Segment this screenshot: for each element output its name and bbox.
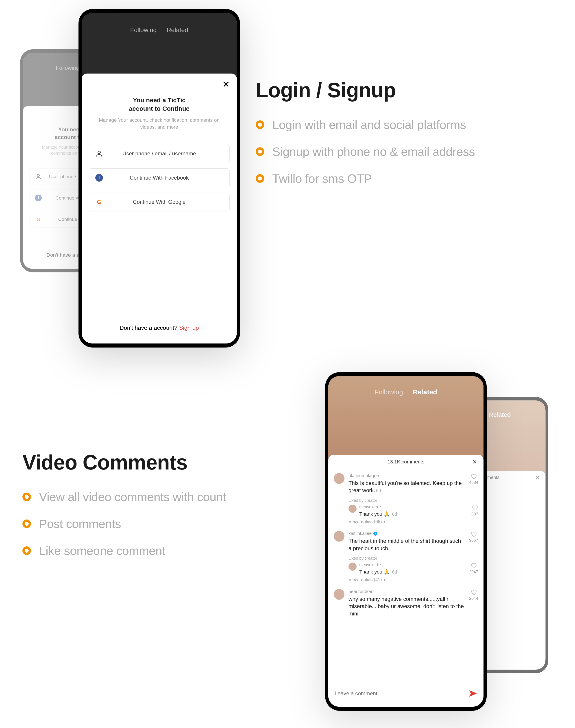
facebook-icon: f <box>35 195 42 201</box>
user-icon <box>35 173 42 180</box>
user-icon <box>95 150 103 158</box>
login-google-label: Continue With Google <box>103 199 223 205</box>
liked-by-creator-label: Liked by creator <box>348 556 478 561</box>
comments-heading: Video Comments <box>23 451 309 474</box>
like-count: 9067 <box>469 538 478 543</box>
comment-username[interactable]: kaitlinkallee <box>348 531 372 536</box>
bullet-icon <box>256 174 264 183</box>
video-background: Following Related <box>328 376 483 466</box>
login-phone-email-button[interactable]: User phone / email / username <box>89 144 230 163</box>
comments-sheet: 13.1K comments ✕ platinumblaque This is … <box>328 455 483 707</box>
comment-input-row <box>328 683 483 707</box>
verified-badge-icon: ✓ <box>373 531 377 535</box>
view-replies-button[interactable]: View replies (41)▾ <box>348 577 478 585</box>
feature-item: Post comments <box>23 517 309 531</box>
feature-item: Like someone comment <box>23 544 309 558</box>
reply-item: theavekart • Thank you 🙏 6d 837 <box>348 505 478 519</box>
svg-point-0 <box>37 174 39 177</box>
login-subtitle: Manage Your account, check notification,… <box>89 116 230 131</box>
login-phone: Following Related ✕ You need a TicTic ac… <box>78 9 240 348</box>
login-features: Login / Signup Login with email and soci… <box>256 78 559 199</box>
chevron-down-icon: ▾ <box>384 519 385 524</box>
avatar[interactable] <box>348 562 357 570</box>
feed-tab-related[interactable]: Related <box>413 388 437 396</box>
login-phone-email-label: User phone / email / username <box>103 150 223 157</box>
comment-item: kaitlinkallee ✓ The heart in the middle … <box>334 527 478 553</box>
feature-item: View all video comments with count <box>23 490 309 504</box>
login-heading: Login / Signup <box>256 78 559 102</box>
login-title: You need a TicTic account to Continue <box>89 96 230 113</box>
google-icon: G <box>95 198 103 206</box>
reply-text: Thank you 🙏 <box>359 511 390 517</box>
bullet-icon <box>23 519 31 528</box>
reply-text: Thank you 🙏 <box>359 569 390 575</box>
comment-username[interactable]: platinumblaque <box>348 473 465 478</box>
comment-text: This is beautiful you're so talented. Ke… <box>348 480 465 494</box>
like-count: 2044 <box>469 596 478 601</box>
heart-icon[interactable] <box>471 562 477 569</box>
bullet-icon <box>256 147 264 156</box>
liked-by-creator-label: Liked by creator <box>348 498 478 503</box>
comment-item: platinumblaque This is beautiful you're … <box>334 469 478 495</box>
avatar[interactable] <box>334 473 344 484</box>
login-sheet: ✕ You need a TicTic account to Continue … <box>81 73 237 344</box>
comment-input[interactable] <box>335 690 465 697</box>
comments-count: 13.1K comments <box>387 459 424 465</box>
feed-tab-following[interactable]: Following <box>374 388 403 396</box>
view-replies-button[interactable]: View replies (66)▾ <box>348 519 478 527</box>
avatar[interactable] <box>334 531 344 542</box>
avatar[interactable] <box>334 589 344 600</box>
feed-tab-following[interactable]: Following <box>56 65 79 71</box>
chevron-down-icon: ▾ <box>384 578 385 582</box>
bullet-icon <box>256 120 264 129</box>
login-facebook-button[interactable]: f Continue With Facebook <box>89 168 230 187</box>
bullet-icon <box>23 546 31 555</box>
comment-text: why so many negative comments......yall … <box>348 595 465 617</box>
signup-link[interactable]: Sign up <box>179 324 199 331</box>
close-icon[interactable]: ✕ <box>223 79 230 89</box>
feature-item: Twillo for sms OTP <box>256 172 559 185</box>
close-icon[interactable]: ✕ <box>472 458 477 465</box>
reply-username[interactable]: theavekart <box>359 505 378 510</box>
avatar[interactable] <box>348 505 357 513</box>
like-count: 837 <box>471 512 478 517</box>
comment-item: beautbroken why so many negative comment… <box>334 585 478 619</box>
like-count: 4684 <box>469 480 478 485</box>
heart-icon[interactable] <box>471 589 477 595</box>
comments-phone: Following Related 13.1K comments ✕ plati… <box>325 372 487 711</box>
signup-footer: Don't have a account? Sign up <box>89 315 230 344</box>
comments-header: 13.1K comments ✕ <box>328 455 483 469</box>
comment-text: The heart in the middle of the shirt tho… <box>348 538 465 552</box>
feed-tab-following[interactable]: Following <box>130 27 157 34</box>
feature-item: Login with email and social platforms <box>256 118 559 132</box>
comment-username[interactable]: beautbroken <box>348 589 465 594</box>
feed-tab-related[interactable]: Related <box>167 27 189 34</box>
svg-point-1 <box>98 151 100 153</box>
reply-item: theavekart • Thank you 🙏 6d 2047 <box>348 562 478 577</box>
google-icon: G <box>35 216 42 222</box>
heart-icon[interactable] <box>471 473 477 479</box>
heart-icon[interactable] <box>472 505 478 511</box>
heart-icon[interactable] <box>471 531 477 537</box>
comments-features: Video Comments View all video comments w… <box>23 451 309 570</box>
like-count: 2047 <box>469 570 478 575</box>
send-icon[interactable] <box>469 689 477 698</box>
feature-item: Signup with phone no & email address <box>256 145 559 159</box>
login-facebook-label: Continue With Facebook <box>103 175 223 181</box>
facebook-icon: f <box>95 174 103 182</box>
reply-username[interactable]: theavekart <box>359 562 378 567</box>
login-google-button[interactable]: G Continue With Google <box>89 193 230 211</box>
bullet-icon <box>23 493 31 501</box>
